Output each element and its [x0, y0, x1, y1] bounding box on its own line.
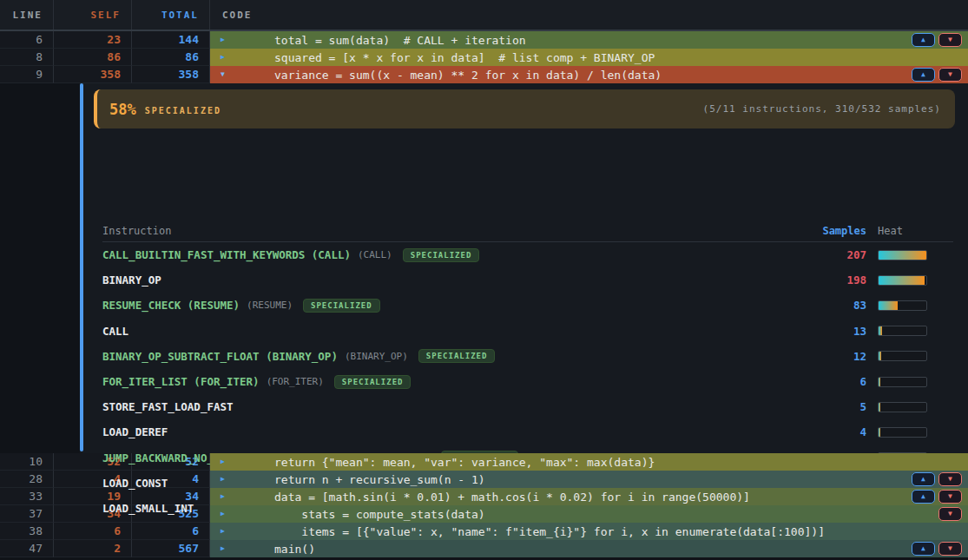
heat-bar — [878, 300, 927, 311]
jump-down-button[interactable]: ▼ — [938, 33, 962, 47]
code-cell[interactable]: ▼variance = sum((x - mean) ** 2 for x in… — [210, 66, 968, 83]
instruction-samples: 83 — [762, 299, 866, 312]
instruction-row: LOAD_DEREF4 — [102, 419, 953, 445]
code-cell[interactable]: ▶return {"mean": mean, "var": variance, … — [210, 453, 968, 471]
specialized-percent: 58% — [109, 101, 136, 118]
code-text: return {"mean": mean, "var": variance, "… — [274, 456, 655, 469]
code-cell[interactable]: ▶squared = [x * x for x in data] # list … — [210, 49, 968, 66]
heat-bar — [878, 427, 927, 438]
total-samples-cell: 567 — [132, 540, 210, 557]
expand-arrow-icon[interactable]: ▶ — [221, 54, 233, 61]
line-number-cell: 47 — [0, 540, 54, 557]
expand-arrow-icon[interactable]: ▶ — [221, 458, 233, 465]
heat-bar — [878, 351, 927, 361]
code-cell[interactable]: ▶ stats = compute_stats(data)▼ — [210, 505, 968, 523]
col-header-heat: Heat — [878, 225, 927, 237]
code-text: squared = [x * x for x in data] # list c… — [274, 51, 655, 64]
instruction-samples: 13 — [762, 325, 866, 338]
line-nav-buttons: ▲▼ — [912, 33, 962, 47]
instruction-name: LOAD_DEREF — [102, 425, 762, 438]
instruction-name: CALL — [102, 325, 762, 338]
jump-down-button[interactable]: ▼ — [938, 472, 962, 486]
instruction-opname: LOAD_DEREF — [102, 425, 168, 438]
instruction-opname: CALL — [102, 325, 128, 338]
instruction-opname: LOAD_SMALL_INT — [102, 502, 194, 515]
total-samples-cell: 6 — [132, 523, 210, 540]
specialization-summary: 58% SPECIALIZED (5/11 instructions, 310/… — [94, 89, 955, 128]
code-text: total = sum(data) # CALL + iteration — [274, 34, 526, 47]
instruction-opname: FOR_ITER_LIST (FOR_ITER) — [102, 375, 260, 388]
heat-bar — [878, 275, 927, 286]
instruction-name: FOR_ITER_LIST (FOR_ITER)(FOR_ITER)SPECIA… — [102, 375, 762, 389]
instruction-row: FOR_ITER_LIST (FOR_ITER)(FOR_ITER)SPECIA… — [102, 369, 953, 394]
code-text: items = [{"value": x, "name": f"item_{i}… — [274, 525, 825, 538]
instruction-samples: 207 — [762, 248, 866, 261]
instruction-row: CALL_BUILTIN_FAST_WITH_KEYWORDS (CALL)(C… — [102, 242, 953, 267]
code-cell[interactable]: ▶ items = [{"value": x, "name": f"item_{… — [210, 523, 968, 540]
jump-up-button[interactable]: ▲ — [912, 68, 935, 82]
specialized-badge: SPECIALIZED — [334, 375, 412, 389]
line-nav-buttons: ▲▼ — [912, 490, 962, 504]
instruction-row: BINARY_OP_SUBTRACT_FLOAT (BINARY_OP)(BIN… — [102, 344, 953, 369]
line-nav-buttons: ▼ — [938, 507, 962, 521]
instruction-base-opname: (RESUME) — [247, 300, 293, 311]
jump-up-button[interactable]: ▲ — [912, 472, 935, 486]
code-cell[interactable]: ▶data = [math.sin(i * 0.01) + math.cos(i… — [210, 488, 968, 505]
jump-up-button[interactable]: ▲ — [912, 490, 935, 504]
instruction-samples: 6 — [762, 375, 866, 388]
line-number-cell: 38 — [0, 523, 54, 540]
expand-arrow-icon[interactable]: ▶ — [221, 493, 233, 500]
total-samples-cell: 86 — [132, 49, 210, 66]
instruction-table-header: Instruction Samples Heat — [102, 221, 953, 242]
collapse-arrow-icon[interactable]: ▼ — [221, 71, 233, 78]
heat-bar-fill — [879, 378, 880, 386]
line-detail-panel: 58% SPECIALIZED (5/11 instructions, 310/… — [0, 83, 968, 453]
instruction-base-opname: (CALL) — [358, 249, 392, 260]
instruction-samples: 5 — [762, 400, 866, 413]
specialized-badge: SPECIALIZED — [303, 299, 380, 313]
expand-arrow-icon[interactable]: ▶ — [221, 528, 233, 535]
jump-up-button[interactable]: ▲ — [912, 542, 935, 556]
code-cell[interactable]: ▶return n + recursive_sum(n - 1)▲▼ — [210, 471, 968, 488]
jump-down-button[interactable]: ▼ — [938, 542, 962, 556]
code-line-row: 3866▶ items = [{"value": x, "name": f"it… — [0, 523, 968, 540]
instruction-opname: LOAD_CONST — [102, 477, 168, 490]
expand-arrow-icon[interactable]: ▶ — [221, 511, 233, 517]
expanded-guide-line — [80, 83, 83, 451]
specialized-detail: (5/11 instructions, 310/532 samples) — [703, 103, 941, 115]
instruction-opname: STORE_FAST_LOAD_FAST — [102, 400, 234, 413]
code-cell[interactable]: ▶total = sum(data) # CALL + iteration▲▼ — [210, 31, 968, 49]
expand-arrow-icon[interactable]: ▶ — [221, 36, 233, 43]
expand-arrow-icon[interactable]: ▶ — [221, 545, 233, 552]
instruction-name: RESUME_CHECK (RESUME)(RESUME)SPECIALIZED — [102, 299, 762, 313]
jump-down-button[interactable]: ▼ — [938, 490, 962, 504]
line-number-cell: 10 — [0, 453, 54, 471]
col-header-instruction: Instruction — [102, 225, 762, 237]
heat-bar-fill — [879, 403, 880, 412]
heat-bar — [878, 377, 927, 387]
line-nav-buttons: ▲▼ — [912, 472, 962, 486]
line-number-cell: 33 — [0, 488, 54, 505]
instruction-row: BINARY_OP198 — [102, 267, 953, 293]
jump-up-button[interactable]: ▲ — [912, 33, 935, 47]
code-text: return n + recursive_sum(n - 1) — [274, 473, 485, 486]
heat-bar-fill — [879, 276, 925, 285]
code-text: stats = compute_stats(data) — [274, 508, 485, 521]
code-text: data = [math.sin(i * 0.01) + math.cos(i … — [274, 491, 750, 504]
code-cell[interactable]: ▶main()▲▼ — [210, 540, 968, 557]
code-text: variance = sum((x - mean) ** 2 for x in … — [274, 69, 662, 82]
jump-down-button[interactable]: ▼ — [938, 507, 962, 521]
code-rows-top: 623144▶total = sum(data) # CALL + iterat… — [0, 31, 968, 83]
total-samples-cell: 144 — [132, 31, 210, 49]
self-samples-cell: 6 — [54, 523, 132, 540]
line-number-cell: 9 — [0, 66, 54, 83]
instruction-name: CALL_BUILTIN_FAST_WITH_KEYWORDS (CALL)(C… — [102, 248, 762, 262]
specialized-label: SPECIALIZED — [145, 106, 221, 115]
code-text: main() — [274, 543, 315, 556]
specialized-badge: SPECIALIZED — [403, 248, 480, 262]
instruction-opname: RESUME_CHECK (RESUME) — [102, 299, 240, 312]
expand-arrow-icon[interactable]: ▶ — [221, 476, 233, 483]
col-header-line: LINE — [0, 0, 54, 30]
jump-down-button[interactable]: ▼ — [938, 68, 962, 82]
instruction-samples: 4 — [762, 425, 866, 438]
